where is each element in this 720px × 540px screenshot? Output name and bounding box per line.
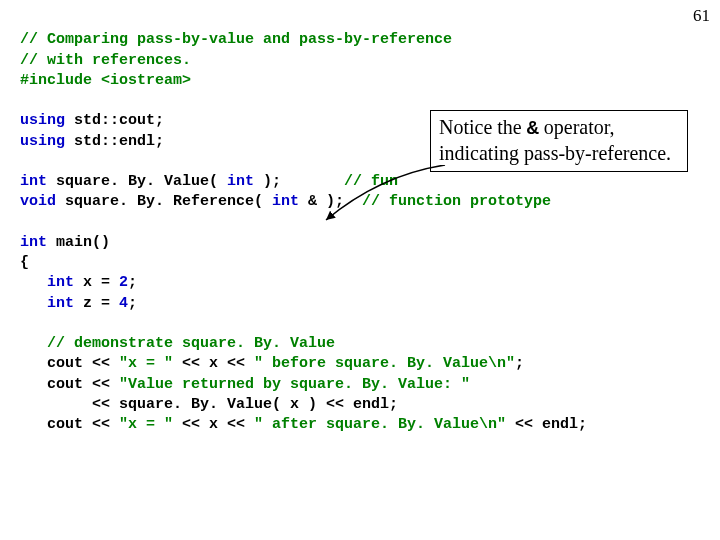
number-literal: 4 xyxy=(119,295,128,312)
comment-line: // fun xyxy=(344,173,398,190)
code-text: x = xyxy=(74,274,119,291)
code-text: std::endl; xyxy=(74,133,164,150)
keyword: void xyxy=(20,193,56,210)
code-block: // Comparing pass-by-value and pass-by-r… xyxy=(20,10,700,435)
comment-line: // demonstrate square. By. Value xyxy=(20,335,335,352)
code-text: << x << xyxy=(173,355,254,372)
comment-line: // with references. xyxy=(20,52,191,69)
code-text: << x << xyxy=(173,416,254,433)
string-literal: "x = " xyxy=(119,416,173,433)
keyword: int xyxy=(227,173,254,190)
code-text: << endl; xyxy=(506,416,587,433)
keyword: using xyxy=(20,133,74,150)
code-text: z = xyxy=(74,295,119,312)
code-text: & ); xyxy=(299,193,362,210)
code-text: main() xyxy=(47,234,110,251)
code-text: cout << xyxy=(20,416,119,433)
keyword: using xyxy=(20,112,74,129)
keyword: int xyxy=(20,234,47,251)
callout-box: Notice the & operator, indicating pass-b… xyxy=(430,110,688,172)
code-text: cout << xyxy=(20,376,119,393)
string-literal: "x = " xyxy=(119,355,173,372)
callout-text: Notice the xyxy=(439,116,527,138)
keyword: int xyxy=(20,295,74,312)
code-text: square. By. Value( xyxy=(47,173,227,190)
code-text: ; xyxy=(128,295,137,312)
keyword: int xyxy=(20,173,47,190)
code-text: square. By. Reference( xyxy=(56,193,272,210)
keyword: int xyxy=(20,274,74,291)
callout-amp: & xyxy=(527,117,539,140)
comment-line: // function prototype xyxy=(362,193,551,210)
string-literal: "Value returned by square. By. Value: " xyxy=(119,376,470,393)
code-text: ); xyxy=(254,173,344,190)
string-literal: " after square. By. Value\n" xyxy=(254,416,506,433)
preprocessor: #include <iostream> xyxy=(20,72,191,89)
comment-line: // Comparing pass-by-value and pass-by-r… xyxy=(20,31,452,48)
code-text: { xyxy=(20,254,29,271)
code-text: cout << xyxy=(20,355,119,372)
code-text: << square. By. Value( x ) << endl; xyxy=(20,396,398,413)
code-text: std::cout; xyxy=(74,112,164,129)
string-literal: " before square. By. Value\n" xyxy=(254,355,515,372)
keyword: int xyxy=(272,193,299,210)
code-text: ; xyxy=(128,274,137,291)
number-literal: 2 xyxy=(119,274,128,291)
code-text: ; xyxy=(515,355,524,372)
